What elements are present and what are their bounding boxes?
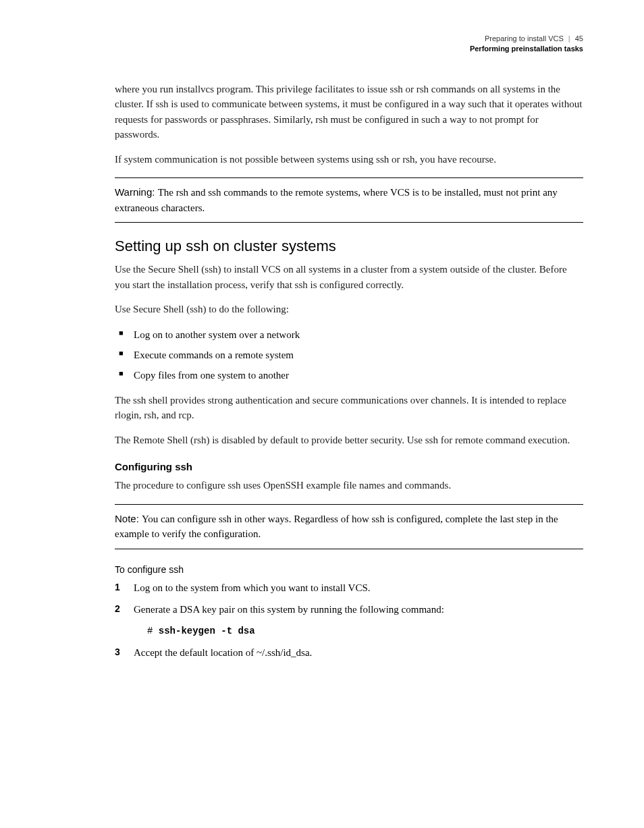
code-block: # ssh-keygen -t dsa bbox=[147, 624, 583, 638]
paragraph-openssh: The procedure to configure ssh uses Open… bbox=[115, 478, 583, 493]
step-text: Log on to the system from which you want… bbox=[134, 582, 371, 593]
step-item: Accept the default location of ~/.ssh/id… bbox=[115, 645, 583, 661]
bullet-item: Log on to another system over a network bbox=[115, 327, 583, 343]
note-callout: Note: You can configure ssh in other way… bbox=[115, 504, 583, 549]
paragraph-intro-2: If system communication is not possible … bbox=[115, 152, 583, 167]
code-command: ssh-keygen -t dsa bbox=[159, 626, 255, 636]
warning-text: The rsh and ssh commands to the remote s… bbox=[115, 187, 558, 213]
step-text: Accept the default location of ~/.ssh/id… bbox=[134, 647, 312, 658]
paragraph-ssh-intro: Use the Secure Shell (ssh) to install VC… bbox=[115, 262, 583, 292]
bullet-item: Execute commands on a remote system bbox=[115, 347, 583, 363]
sub-heading-configuring-ssh: Configuring ssh bbox=[115, 461, 583, 472]
procedure-steps: Log on to the system from which you want… bbox=[115, 580, 583, 661]
procedure-title: To configure ssh bbox=[115, 564, 583, 575]
paragraph-intro-1: where you run installvcs program. This p… bbox=[115, 82, 583, 142]
step-item: Generate a DSA key pair on this system b… bbox=[115, 602, 583, 638]
header-section: Performing preinstallation tasks bbox=[115, 44, 583, 54]
section-heading-ssh-setup: Setting up ssh on cluster systems bbox=[115, 238, 583, 255]
page-number: 45 bbox=[575, 34, 583, 43]
bullet-list: Log on to another system over a network … bbox=[115, 327, 583, 383]
paragraph-ssh-auth: The ssh shell provides strong authentica… bbox=[115, 393, 583, 423]
breadcrumb-text: Preparing to install VCS bbox=[485, 34, 564, 43]
warning-label: Warning: bbox=[115, 186, 158, 198]
step-item: Log on to the system from which you want… bbox=[115, 580, 583, 596]
step-text: Generate a DSA key pair on this system b… bbox=[134, 604, 444, 615]
note-text: You can configure ssh in other ways. Reg… bbox=[115, 514, 558, 540]
bullet-item: Copy files from one system to another bbox=[115, 367, 583, 383]
page-header: Preparing to install VCS | 45 Performing… bbox=[115, 34, 583, 55]
header-line-1: Preparing to install VCS | 45 bbox=[115, 34, 583, 44]
code-prompt: # bbox=[147, 626, 159, 636]
paragraph-ssh-usage: Use Secure Shell (ssh) to do the followi… bbox=[115, 302, 583, 317]
header-divider: | bbox=[568, 34, 570, 43]
document-page: Preparing to install VCS | 45 Performing… bbox=[0, 0, 644, 700]
paragraph-rsh-disabled: The Remote Shell (rsh) is disabled by de… bbox=[115, 433, 583, 448]
warning-callout: Warning: The rsh and ssh commands to the… bbox=[115, 177, 583, 223]
note-label: Note: bbox=[115, 513, 142, 524]
